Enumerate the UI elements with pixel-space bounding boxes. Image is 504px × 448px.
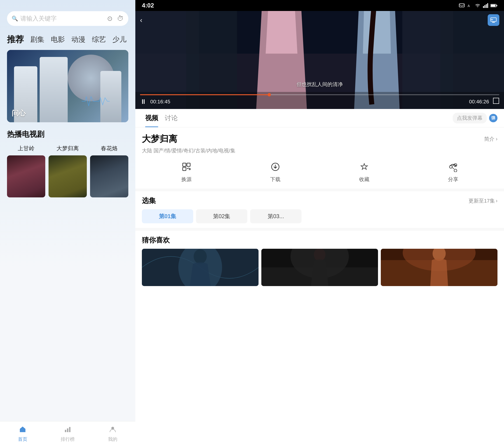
hero-figure-center [40, 57, 68, 122]
drama-card-3-title: 春花烙 [90, 143, 128, 152]
tab-recommend[interactable]: 推荐 [7, 33, 24, 46]
intro-button[interactable]: 简介 › [484, 136, 498, 143]
svg-rect-11 [65, 430, 66, 432]
svg-rect-15 [459, 4, 464, 7]
episode-btn-3[interactable]: 第03... [250, 209, 302, 223]
video-player[interactable]: 但也扰乱人间的清净 ‹ [135, 11, 504, 109]
video-progress-dot [268, 93, 271, 96]
drama-card-wrap-1: 优酷全程独播 请期待 优酷 上甘岭 [7, 143, 45, 152]
bottom-nav-home-label: 首页 [18, 436, 27, 442]
episode-btn-2[interactable]: 第02集 [196, 209, 247, 223]
bottom-nav-home[interactable]: 首页 [0, 426, 45, 442]
video-top-bar: ‹ [135, 11, 504, 29]
video-controls-row: ⏸ 00:16:45 00:46:26 [140, 98, 499, 106]
svg-point-50 [194, 249, 207, 264]
drama-card-2-title: 大梦归离 [49, 143, 87, 152]
recommend-card-2[interactable] [261, 249, 378, 286]
drama-sm-1[interactable] [7, 155, 45, 197]
episode-section: 选集 更新至17集 › 第01集 第02集 第03... [135, 191, 504, 228]
signal-icon [483, 3, 488, 8]
fullscreen-button[interactable] [493, 98, 499, 106]
drama-sm-3[interactable] [90, 155, 128, 197]
video-info-title-row: 大梦归离 简介 › [142, 133, 498, 145]
action-switch-source[interactable]: 换源 [142, 160, 231, 185]
svg-rect-22 [491, 4, 496, 6]
svg-rect-41 [183, 163, 186, 166]
right-panel: 4:02 A [135, 0, 504, 448]
wifi-icon [475, 3, 481, 8]
svg-text:A: A [468, 4, 470, 8]
video-progress-fill [140, 94, 269, 95]
svg-rect-19 [486, 4, 487, 8]
svg-rect-18 [485, 5, 485, 8]
drama-card-1-title: 上甘岭 [7, 143, 45, 152]
tab-movie[interactable]: 电影 [51, 34, 65, 45]
video-back-button[interactable]: ‹ [140, 16, 142, 24]
home-icon [19, 426, 26, 435]
bottom-nav-rank-label: 排行榜 [61, 436, 75, 442]
svg-rect-38 [492, 22, 495, 23]
svg-rect-13 [69, 427, 71, 432]
drama-card-wrap-3: 优酷出品 生花剧场 已完结 春花烙 [90, 143, 128, 152]
video-time-current: 00:16:45 [150, 99, 170, 105]
rec-card-3-img [381, 249, 498, 286]
svg-rect-43 [183, 167, 186, 171]
video-time-total: 00:46:26 [469, 99, 489, 105]
svg-line-47 [452, 167, 454, 169]
episode-btn-1[interactable]: 第01集 [142, 209, 193, 223]
tv-logo-icon [489, 16, 498, 24]
intro-label: 简介 [484, 136, 494, 143]
video-subtitle: 但也扰乱人间的清净 [135, 81, 504, 88]
download-icon[interactable]: ⊙ [107, 15, 112, 22]
video-info: 大梦归离 简介 › 大陆 国产/情/爱情/奇幻/古装/内地/电视/集 [135, 127, 504, 189]
action-favorite[interactable]: 收藏 [320, 160, 409, 185]
hero-title: 问心 [12, 108, 26, 118]
video-progress-bar[interactable] [140, 94, 499, 95]
tab-series[interactable]: 剧集 [30, 34, 44, 45]
tab-discuss[interactable]: 讨论 [162, 109, 181, 127]
bottom-nav-mine[interactable]: 我的 [90, 426, 135, 442]
danmu-badge[interactable]: 弹 [489, 114, 498, 122]
search-input[interactable]: 请输入关键字 [20, 15, 105, 23]
tab-kids[interactable]: 少儿 [112, 34, 126, 45]
favorite-svg [359, 162, 369, 172]
play-pause-button[interactable]: ⏸ [140, 98, 146, 106]
hero-banner[interactable]: 问心 [7, 50, 128, 122]
danmu-input[interactable]: 点我发弹幕 [453, 113, 487, 124]
video-controls: ⏸ 00:16:45 00:46:26 [135, 92, 504, 109]
svg-rect-17 [483, 6, 484, 8]
tab-anime[interactable]: 动漫 [72, 34, 85, 45]
drama-sm-2[interactable] [49, 155, 87, 197]
svg-rect-40 [493, 98, 499, 104]
drama-row: 优酷全程独播 请期待 优酷 上甘岭 更新至17集 大梦 [0, 143, 135, 152]
nav-tabs: 推荐 剧集 电影 动漫 综艺 少儿 [0, 31, 135, 50]
recommend-card-1[interactable] [142, 249, 258, 286]
history-icon[interactable]: ⏱ [117, 15, 124, 22]
action-share[interactable]: 分享 [409, 160, 498, 185]
svg-line-46 [452, 165, 454, 166]
status-time: 4:02 [142, 2, 154, 9]
svg-rect-10 [22, 430, 24, 432]
search-bar[interactable]: 🔍 请输入关键字 ⊙ ⏱ [7, 11, 128, 26]
drama-row-second [0, 152, 135, 197]
video-meta: 大陆 国产/情/爱情/奇幻/古装/内地/电视/集 [142, 147, 498, 154]
share-svg [448, 162, 458, 172]
svg-rect-12 [67, 429, 68, 432]
tab-variety[interactable]: 综艺 [92, 34, 106, 45]
rec-card-2-img [261, 249, 378, 286]
action-download[interactable]: 下载 [231, 160, 320, 185]
fullscreen-icon [493, 98, 499, 104]
action-switch-source-label: 换源 [181, 176, 192, 183]
svg-point-45 [450, 165, 452, 168]
switch-source-svg [181, 162, 192, 172]
switch-source-icon [181, 162, 192, 174]
recommend-card-3[interactable] [381, 249, 498, 286]
rank-icon [64, 426, 72, 435]
hot-section-title: 热播电视剧 [0, 127, 135, 143]
bottom-nav-mine-label: 我的 [108, 436, 117, 442]
bottom-nav-rank[interactable]: 排行榜 [45, 426, 90, 442]
left-panel: 🔍 请输入关键字 ⊙ ⏱ 推荐 剧集 电影 动漫 综艺 少儿 问心 热播电视剧 [0, 0, 135, 448]
tab-video[interactable]: 视频 [142, 109, 162, 127]
bottom-nav: 首页 排行榜 我的 [0, 421, 135, 448]
episode-update[interactable]: 更新至17集 › [468, 197, 498, 204]
